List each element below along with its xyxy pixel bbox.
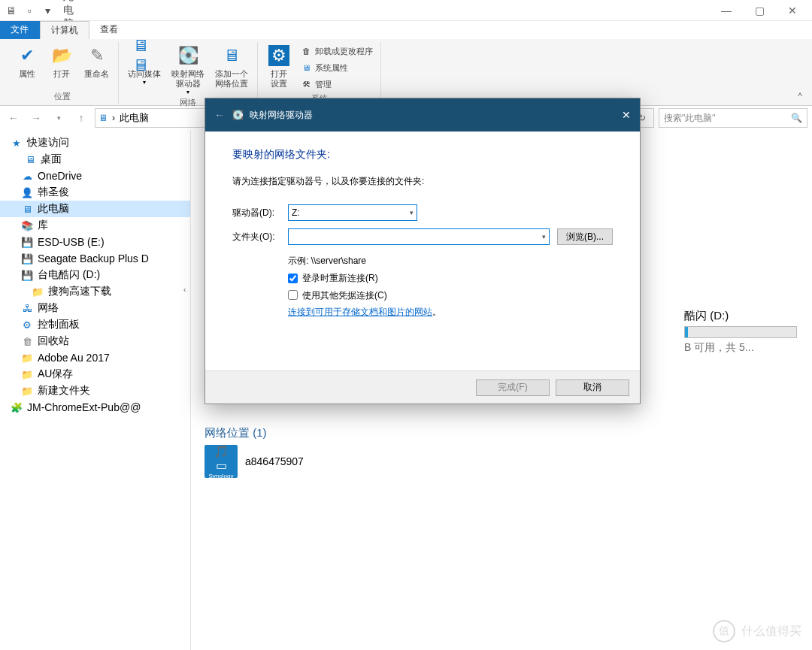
window-title: 此电脑: [63, 2, 80, 19]
cancel-button[interactable]: 取消: [556, 379, 629, 396]
section-network-locations[interactable]: 网络位置 (1): [205, 426, 798, 440]
reconnect-checkbox-input[interactable]: [288, 274, 298, 283]
dialog-footer: 完成(F) 取消: [205, 370, 640, 404]
window-controls: — ▢ ✕: [710, 0, 809, 21]
breadcrumb-separator: ›: [112, 113, 115, 123]
ribbon-collapse-icon[interactable]: ^: [792, 89, 807, 104]
drive-label: 驱动器(D):: [232, 207, 288, 219]
tree-onedrive[interactable]: ☁OneDrive: [0, 168, 190, 184]
breadcrumb[interactable]: 此电脑: [120, 111, 149, 125]
drive-info-text: B 可用，共 5...: [684, 341, 797, 355]
tree-quick-access[interactable]: ★快速访问: [0, 135, 190, 151]
nav-up-icon[interactable]: ↑: [72, 109, 90, 127]
ribbon-group-network: 🖥🖥访问媒体▾ 💽映射网络 驱动器▾ 🖥添加一个 网络位置 网络: [119, 42, 258, 104]
ribbon-group-system: ⚙打开 设置 🗑卸载或更改程序 🖥系统属性 🛠管理 系统: [258, 42, 381, 104]
tab-file[interactable]: 文件: [0, 21, 40, 39]
folder-input[interactable]: ▾: [288, 228, 550, 245]
pc-icon: 🖥: [98, 113, 108, 123]
quick-access-toolbar: 🖥 ▫ ▾ 此电脑: [3, 2, 80, 19]
dialog-instruction: 请为连接指定驱动器号，以及你要连接的文件夹:: [232, 175, 613, 188]
tree-new-folder[interactable]: 📁新建文件夹: [0, 382, 190, 399]
nas-icon: 🎵▭ Synology: [205, 445, 238, 478]
tree-control-panel[interactable]: ⚙控制面板: [0, 316, 190, 333]
tree-sogou[interactable]: 📁搜狗高速下载: [0, 283, 190, 300]
finish-button[interactable]: 完成(F): [476, 379, 550, 396]
tree-adobe[interactable]: 📁Adobe Au 2017: [0, 349, 190, 366]
dialog-titlebar: ← 💽 映射网络驱动器 ✕: [205, 98, 640, 132]
tree-au-save[interactable]: 📁AU保存: [0, 366, 190, 382]
network-location-item[interactable]: 🎵▭ Synology a846475907: [205, 445, 798, 478]
nav-tree: ★快速访问 🖥桌面 ☁OneDrive 👤韩圣俊 🖥此电脑 📚库 💾ESD-US…: [0, 130, 191, 650]
storage-link[interactable]: 连接到可用于存储文档和图片的网站: [288, 307, 432, 317]
qat-item[interactable]: ▾: [39, 2, 56, 19]
tree-desktop[interactable]: 🖥桌面: [0, 151, 190, 168]
drive-name[interactable]: 酷闪 (D:): [684, 309, 797, 323]
map-drive-dialog: ← 💽 映射网络驱动器 ✕ 要映射的网络文件夹: 请为连接指定驱动器号，以及你要…: [205, 98, 641, 404]
ribbon-open-settings[interactable]: ⚙打开 设置: [262, 42, 295, 93]
ribbon-add-location[interactable]: 🖥添加一个 网络位置: [211, 42, 253, 97]
example-text: 示例: \\server\share: [288, 252, 613, 270]
ribbon-group-location: ✔属性 📂打开 ✎重命名 位置: [6, 42, 119, 104]
nav-history-icon[interactable]: ▾: [50, 109, 68, 127]
folder-label: 文件夹(O):: [232, 231, 288, 243]
ribbon-access-media[interactable]: 🖥🖥访问媒体▾: [123, 42, 165, 97]
search-icon[interactable]: 🔍: [791, 113, 802, 123]
chevron-down-icon: ▾: [542, 233, 546, 240]
maximize-button[interactable]: ▢: [743, 0, 776, 21]
tab-view[interactable]: 查看: [89, 21, 129, 39]
tree-jm-chrome[interactable]: 🧩JM-ChromeExt-Pub@@: [0, 399, 190, 416]
tree-libraries[interactable]: 📚库: [0, 217, 190, 234]
ribbon-tabs: 文件 计算机 查看: [0, 21, 812, 39]
chevron-down-icon: ▾: [410, 209, 414, 216]
dialog-close-icon[interactable]: ✕: [622, 109, 631, 121]
tree-seagate[interactable]: 💾Seagate Backup Plus D: [0, 250, 190, 267]
ribbon-system-small: 🗑卸载或更改程序 🖥系统属性 🛠管理: [297, 42, 376, 93]
qat-item[interactable]: ▫: [21, 2, 38, 19]
ribbon: ✔属性 📂打开 ✎重命名 位置 🖥🖥访问媒体▾ 💽映射网络 驱动器▾ 🖥添加一个…: [0, 39, 812, 106]
tree-network[interactable]: 🖧网络: [0, 300, 190, 316]
ribbon-uninstall[interactable]: 🗑卸载或更改程序: [300, 44, 373, 59]
drive-value: Z:: [292, 207, 300, 218]
reconnect-checkbox[interactable]: 登录时重新连接(R): [288, 270, 613, 287]
dialog-folder-row: 文件夹(O): ▾ 浏览(B)...: [232, 228, 613, 245]
ribbon-open[interactable]: 📂打开: [45, 42, 78, 91]
minimize-button[interactable]: —: [710, 0, 743, 21]
tree-taidian[interactable]: 💾台电酷闪 (D:): [0, 267, 190, 283]
dialog-sub: 示例: \\server\share 登录时重新连接(R) 使用其他凭据连接(C…: [288, 252, 613, 321]
dialog-body: 要映射的网络文件夹: 请为连接指定驱动器号，以及你要连接的文件夹: 驱动器(D)…: [205, 132, 640, 328]
dialog-icon: 💽: [232, 110, 244, 120]
ribbon-manage[interactable]: 🛠管理: [300, 77, 373, 92]
browse-button[interactable]: 浏览(B)...: [557, 228, 613, 245]
tree-recycle[interactable]: 🗑回收站: [0, 333, 190, 349]
watermark: 值 什么值得买: [713, 620, 801, 642]
other-cred-checkbox[interactable]: 使用其他凭据连接(C): [288, 287, 613, 304]
app-icon: 🖥: [3, 2, 20, 19]
tab-computer[interactable]: 计算机: [40, 21, 89, 39]
dialog-drive-row: 驱动器(D): Z: ▾: [232, 204, 613, 221]
tree-this-pc[interactable]: 🖥此电脑: [0, 201, 190, 217]
tree-esd-usb[interactable]: 💾ESD-USB (E:): [0, 234, 190, 250]
nav-back-icon[interactable]: ←: [5, 109, 23, 127]
tree-user[interactable]: 👤韩圣俊: [0, 184, 190, 201]
nav-forward-icon[interactable]: →: [27, 109, 45, 127]
network-location-name: a846475907: [245, 455, 304, 467]
dialog-back-icon[interactable]: ←: [214, 109, 225, 121]
dialog-heading: 要映射的网络文件夹:: [232, 148, 613, 162]
ribbon-group-label: 位置: [54, 91, 71, 104]
ribbon-group-label: 网络: [180, 97, 196, 110]
drive-usage-bar: [684, 326, 797, 338]
dialog-title: 映射网络驱动器: [250, 109, 313, 122]
ribbon-rename[interactable]: ✎重命名: [80, 42, 114, 91]
drive-select[interactable]: Z: ▾: [288, 204, 417, 221]
watermark-text: 什么值得买: [741, 624, 801, 639]
search-input[interactable]: 搜索"此电脑" 🔍: [659, 108, 807, 128]
close-button[interactable]: ✕: [776, 0, 809, 21]
watermark-icon: 值: [713, 620, 735, 642]
other-cred-checkbox-input[interactable]: [288, 290, 298, 300]
ribbon-map-drive[interactable]: 💽映射网络 驱动器▾: [167, 42, 209, 97]
search-placeholder: 搜索"此电脑": [664, 112, 716, 125]
ribbon-properties[interactable]: ✔属性: [11, 42, 44, 91]
titlebar: 🖥 ▫ ▾ 此电脑 — ▢ ✕: [0, 0, 812, 21]
ribbon-sys-props[interactable]: 🖥系统属性: [300, 60, 373, 75]
